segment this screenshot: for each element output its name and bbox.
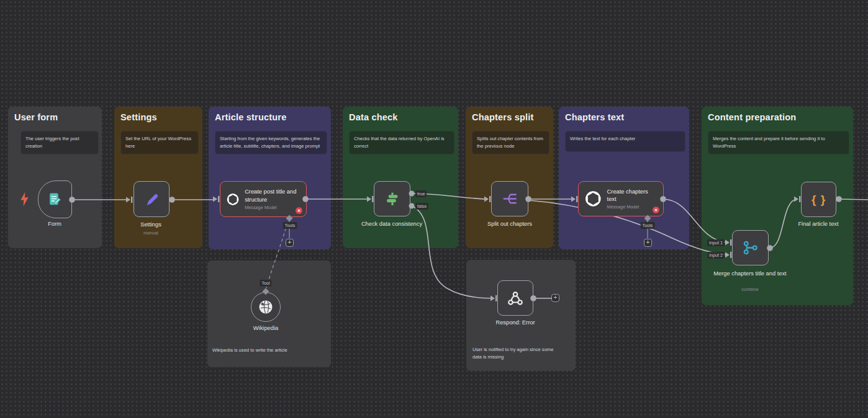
- output-label-true: true: [415, 190, 427, 197]
- node-final-article-label: Final article text: [798, 221, 838, 227]
- signpost-icon: [384, 190, 400, 207]
- node-split-out[interactable]: [491, 181, 528, 216]
- node-merge-label: Merge chapters title and text: [707, 270, 793, 278]
- error-icon[interactable]: ✕: [296, 207, 302, 214]
- trigger-bolt-icon: [20, 192, 29, 206]
- edge-merge-to-final: [770, 199, 797, 248]
- node-create-chapters[interactable]: Create chapters text Message Model ✕: [578, 181, 664, 216]
- wikipedia-icon: [258, 299, 274, 315]
- openai-icon: [585, 190, 602, 207]
- tool-label-wikipedia: Tool: [260, 280, 271, 287]
- n8n-workflow-canvas[interactable]: { "colors": { "canvas_bg": "#2b2b2d", "s…: [0, 0, 868, 418]
- webhook-icon: [507, 290, 524, 307]
- node-settings-label: Settings: [140, 221, 161, 228]
- node-create-post-subtitle: Message Model: [245, 205, 301, 210]
- node-respond-error[interactable]: [497, 280, 533, 316]
- node-wikipedia-label: Wikipedia: [253, 325, 278, 331]
- merge-icon: [742, 239, 759, 256]
- braces-icon: { }: [811, 193, 826, 207]
- edge-check-false-to-respond: [412, 206, 493, 298]
- node-respond-error-label: Respond: Error: [495, 319, 535, 326]
- add-tool-button-create-post[interactable]: +: [286, 239, 294, 247]
- openai-icon: [227, 191, 239, 208]
- add-node-button-respond[interactable]: +: [551, 294, 559, 302]
- node-create-post-title[interactable]: Create post title and structure Message …: [220, 181, 307, 217]
- node-create-chapters-title-text: Create chapters text: [607, 188, 658, 203]
- edge-create-chapters-to-merge-input1: [664, 199, 728, 242]
- tools-label-create-post: Tools: [283, 222, 297, 229]
- add-tool-button-create-chapters[interactable]: +: [644, 239, 652, 247]
- pencil-icon: [144, 192, 160, 207]
- edge-tools-to-wikipedia: [266, 223, 287, 288]
- input-label-merge-1: Input 1: [707, 239, 725, 246]
- node-settings-sublabel: manual: [143, 230, 158, 236]
- input-label-merge-2: Input 2: [707, 252, 725, 259]
- node-check-data[interactable]: [374, 181, 410, 216]
- node-settings[interactable]: [133, 181, 170, 217]
- error-icon[interactable]: ✕: [653, 207, 659, 213]
- node-merge-sublabel: combine: [741, 287, 759, 292]
- workflow-edges: [0, 0, 868, 418]
- tools-label-create-chapters: Tools: [641, 222, 655, 229]
- node-wikipedia[interactable]: [251, 292, 281, 322]
- output-label-false: false: [415, 203, 428, 210]
- node-create-chapters-subtitle: Message Model: [607, 204, 658, 210]
- node-form-label: Form: [48, 221, 61, 227]
- form-icon: [47, 192, 63, 207]
- node-create-post-title-text: Create post title and structure: [245, 188, 301, 203]
- split-out-icon: [502, 190, 518, 207]
- node-check-data-label: Check data consistency: [361, 221, 422, 227]
- edge-final-offscreen: [839, 199, 868, 200]
- node-merge[interactable]: [732, 230, 769, 265]
- node-split-out-label: Split out chapters: [487, 221, 532, 227]
- node-form[interactable]: [38, 180, 72, 218]
- node-final-article[interactable]: { }: [801, 182, 836, 217]
